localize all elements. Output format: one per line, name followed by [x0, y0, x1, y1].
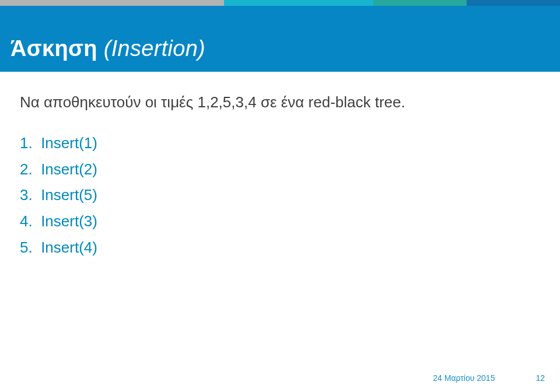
- step-item: Insert(2): [20, 156, 540, 183]
- title-word-italic: (Insertion): [104, 36, 205, 61]
- slide-title: Άσκηση (Insertion): [10, 36, 550, 61]
- top-decoration-strips: [0, 0, 560, 6]
- step-item: Insert(3): [20, 208, 540, 235]
- intro-text: Να αποθηκευτούν οι τιμές 1,2,5,3,4 σε έν…: [20, 93, 540, 113]
- step-item: Insert(5): [20, 182, 540, 208]
- step-item: Insert(1): [20, 130, 540, 156]
- footer: 24 Μαρτίου 2015 12: [433, 373, 545, 383]
- title-block: Άσκηση (Insertion): [0, 6, 560, 72]
- strip-gray: [0, 0, 224, 6]
- content-area: Να αποθηκευτούν οι τιμές 1,2,5,3,4 σε έν…: [0, 72, 560, 260]
- steps-list: Insert(1) Insert(2) Insert(5) Insert(3) …: [20, 130, 540, 261]
- title-word-bold: Άσκηση: [10, 36, 97, 61]
- page-number: 12: [536, 373, 545, 383]
- strip-cyan: [224, 0, 373, 6]
- strip-blue: [467, 0, 560, 6]
- step-item: Insert(4): [20, 235, 540, 261]
- strip-teal: [373, 0, 467, 6]
- footer-date: 24 Μαρτίου 2015: [433, 373, 495, 383]
